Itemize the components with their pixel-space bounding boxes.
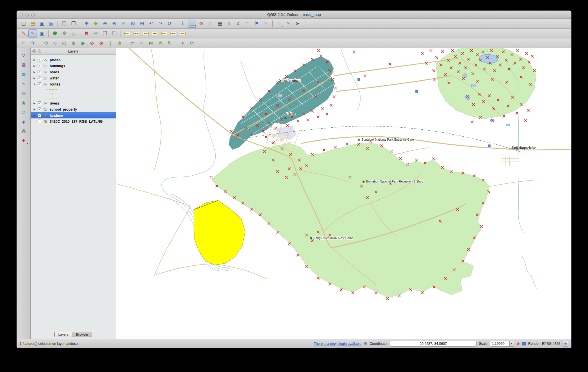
minimize-window-button[interactable] bbox=[25, 13, 29, 16]
add-postgis-layer-button[interactable]: ▤ bbox=[19, 70, 29, 78]
selected-landuse-feature[interactable] bbox=[194, 200, 245, 265]
merge-attributes-button[interactable]: ⋒ bbox=[156, 39, 165, 47]
crs-status-button[interactable]: ⊛ bbox=[563, 341, 568, 347]
pan-map-button[interactable]: ✥ bbox=[82, 20, 91, 28]
layer-item-rivers[interactable]: ▶✓rivers bbox=[31, 100, 116, 106]
show-bookmarks-button[interactable]: ⚐ bbox=[262, 20, 270, 28]
titlebar[interactable]: QGIS 2.0.1-Dufour – basic_map bbox=[17, 11, 571, 19]
layer-labeling-options-button[interactable]: abc bbox=[123, 29, 132, 38]
add-mssql-layer-button[interactable]: ▥ bbox=[19, 89, 29, 97]
rotate-feature-button[interactable]: ⟲ bbox=[41, 39, 50, 47]
layer-item-water[interactable]: ▶✓water bbox=[31, 75, 116, 81]
layer-visibility-checkbox[interactable]: ✓ bbox=[38, 101, 41, 105]
cut-features-button[interactable]: ✂ bbox=[91, 29, 100, 38]
move-label-button[interactable]: abc bbox=[160, 29, 169, 38]
add-wms-layer-button[interactable]: ◉ bbox=[19, 99, 29, 107]
add-part-button[interactable]: ⊕ bbox=[69, 39, 78, 47]
simplify-feature-button[interactable]: ∿ bbox=[51, 39, 59, 47]
add-feature-button[interactable]: ⬟ bbox=[51, 29, 59, 38]
add-raster-layer-button[interactable]: ▦ bbox=[19, 61, 29, 69]
layer-visibility-checkbox[interactable]: ✓ bbox=[38, 58, 41, 62]
add-delimited-text-layer-button[interactable]: ⁂ bbox=[19, 127, 29, 135]
pan-to-selection-button[interactable]: ✥ bbox=[91, 20, 100, 28]
selected-landuse-polygon[interactable] bbox=[194, 200, 245, 265]
zoom-out-button[interactable]: ⊖ bbox=[110, 20, 119, 28]
layer-visibility-checkbox[interactable]: ✓ bbox=[38, 70, 41, 74]
map-canvas[interactable]: SwellendamRailtonBontebok National Park … bbox=[116, 48, 571, 339]
layer-visibility-checkbox[interactable]: ✓ bbox=[38, 114, 41, 117]
layer-item-3420C_2010_327_RGB_LATLNG[interactable]: 3420C_2010_327_RGB_LATLNG bbox=[31, 118, 116, 124]
delete-ring-button[interactable]: ⊘ bbox=[88, 39, 96, 47]
render-checkbox[interactable]: ✓ bbox=[522, 342, 526, 345]
layer-item-places[interactable]: ▶✓places bbox=[31, 57, 116, 63]
panel-close-button[interactable]: ✕ bbox=[32, 49, 36, 53]
rotate-label-button[interactable]: abc bbox=[169, 29, 178, 38]
delete-selected-button[interactable]: ✖ bbox=[82, 29, 91, 38]
layer-item-landuse[interactable]: ▶✓landuse bbox=[31, 112, 116, 118]
layer-visibility-checkbox[interactable]: ✓ bbox=[38, 64, 41, 68]
zoom-to-selection-button[interactable]: ⊠ bbox=[128, 20, 137, 28]
composer-manager-button[interactable]: ❐ bbox=[69, 20, 78, 28]
stop-render-icon[interactable]: ⊗ bbox=[517, 341, 520, 346]
split-parts-button[interactable]: ✃ bbox=[128, 39, 137, 47]
layer-expander-icon[interactable]: ▶ bbox=[33, 71, 36, 73]
panel-float-button[interactable]: ◦ bbox=[38, 49, 41, 53]
layer-item-buildings[interactable]: ▶✓buildings bbox=[31, 63, 116, 69]
redo-button[interactable]: ↷ bbox=[28, 39, 37, 47]
measure-line-button[interactable]: ∠▾ bbox=[234, 20, 243, 28]
map-tips-button[interactable]: ❝ bbox=[243, 20, 252, 28]
pin-unpin-labels-button[interactable]: abc bbox=[141, 29, 150, 38]
change-label-button[interactable]: abc bbox=[178, 29, 187, 38]
snapping-options-button[interactable]: ⌖ bbox=[178, 39, 187, 47]
help-contents-button[interactable]: ? bbox=[284, 20, 293, 28]
new-shapefile-layer-button[interactable]: ✚▾ bbox=[19, 137, 29, 145]
layer-visibility-checkbox[interactable] bbox=[38, 120, 41, 123]
zoom-next-button[interactable]: ↷ bbox=[156, 20, 165, 28]
current-edits-button[interactable]: ✎▾ bbox=[19, 29, 28, 38]
layer-item-roads[interactable]: ▶✓roads bbox=[31, 69, 116, 75]
save-project-button[interactable]: ▣ bbox=[38, 20, 46, 28]
zoom-full-button[interactable]: ⊡ bbox=[119, 20, 128, 28]
delete-part-button[interactable]: ⊗ bbox=[97, 39, 106, 47]
undo-button[interactable]: ↶ bbox=[19, 39, 28, 47]
layer-visibility-checkbox[interactable]: ✓ bbox=[38, 107, 41, 111]
layer-expander-icon[interactable]: ▶ bbox=[33, 108, 36, 111]
zoom-last-button[interactable]: ↶ bbox=[147, 20, 156, 28]
layer-visibility-checkbox[interactable]: ✓ bbox=[38, 82, 41, 86]
redraw-canvas-button[interactable]: ⟳ bbox=[188, 39, 196, 47]
save-project-as-button[interactable]: ▣ bbox=[47, 20, 56, 28]
move-feature-button[interactable]: ✥ bbox=[60, 29, 69, 38]
new-project-button[interactable]: ▢ bbox=[19, 20, 28, 28]
layer-item-school_property[interactable]: ▶✓school_property bbox=[31, 106, 116, 112]
scale-combo[interactable]: 1:19950 ▾ bbox=[490, 341, 514, 347]
add-wfs-layer-button[interactable]: ◈ bbox=[19, 118, 29, 126]
zoom-window-button[interactable] bbox=[31, 13, 35, 16]
open-project-button[interactable]: ▤ bbox=[28, 20, 37, 28]
copy-features-button[interactable]: ❐ bbox=[101, 29, 109, 38]
layer-expander-icon[interactable]: ▶ bbox=[33, 102, 36, 105]
layer-expander-icon[interactable]: ▶ bbox=[33, 65, 36, 67]
layer-expander-icon[interactable]: ▼ bbox=[33, 83, 36, 85]
scale-dropdown-icon[interactable]: ▾ bbox=[509, 341, 514, 346]
layer-expander-icon[interactable]: ▶ bbox=[33, 59, 36, 61]
layer-visibility-checkbox[interactable]: ✓ bbox=[38, 76, 41, 80]
save-layer-edits-button[interactable]: ▣ bbox=[38, 29, 46, 38]
add-wcs-layer-button[interactable]: ◎ bbox=[19, 108, 29, 116]
split-features-button[interactable]: ✁ bbox=[138, 39, 146, 47]
layer-expander-icon[interactable]: ▶ bbox=[33, 114, 36, 117]
label-options-button[interactable]: abc bbox=[132, 29, 141, 38]
rotate-point-symbols-button[interactable]: ↻ bbox=[165, 39, 174, 47]
zoom-in-button[interactable]: ⊕ bbox=[101, 20, 109, 28]
select-by-expression-button[interactable]: ε bbox=[206, 20, 215, 28]
paste-features-button[interactable]: ❏ bbox=[110, 29, 119, 38]
add-spatialite-layer-button[interactable]: ∿ bbox=[19, 80, 29, 88]
deselect-all-button[interactable]: ⊘ bbox=[197, 20, 206, 28]
field-calculator-button[interactable]: ⌗ bbox=[225, 20, 233, 28]
open-attribute-table-button[interactable]: ▦ bbox=[215, 20, 224, 28]
layer-expander-icon[interactable]: ▶ bbox=[33, 77, 36, 79]
identify-features-button[interactable]: ℹ bbox=[178, 20, 187, 28]
add-ring-button[interactable]: ◎ bbox=[60, 39, 69, 47]
plugin-manager-icon[interactable]: ⚙ bbox=[364, 341, 367, 346]
panel-tab-layers[interactable]: Layers bbox=[54, 332, 72, 337]
coordinate-input[interactable] bbox=[390, 341, 477, 347]
